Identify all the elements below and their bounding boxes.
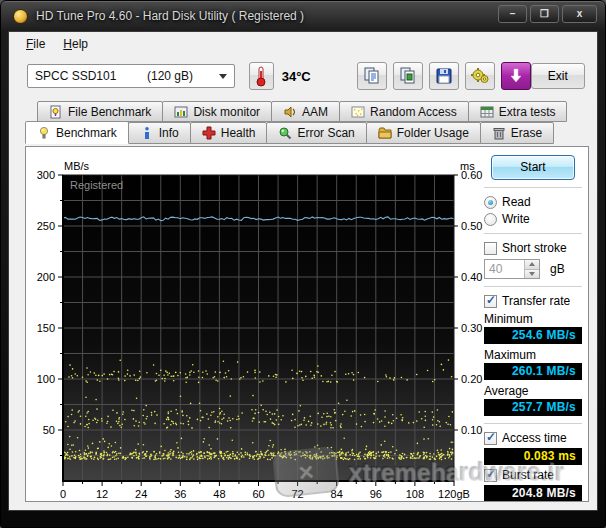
disk-monitor-icon	[174, 105, 188, 119]
save-icon	[435, 67, 453, 85]
arrow-up-icon	[529, 262, 535, 266]
x-tick-label: 108	[406, 488, 424, 500]
x-tick-label: 0	[60, 488, 66, 500]
menu-help[interactable]: Help	[54, 34, 97, 54]
tab-random-access[interactable]: Random Access	[339, 101, 469, 122]
y-right-tick-label: 0.20	[461, 373, 482, 385]
start-button[interactable]: Start	[491, 155, 575, 180]
average-label: Average	[484, 384, 584, 398]
spinner-up[interactable]	[525, 260, 539, 269]
tab-file-benchmark[interactable]: File Benchmark	[37, 101, 163, 122]
y-right-tick-label: 0.10	[461, 424, 482, 436]
copy-icon	[363, 67, 381, 85]
title-bar: HD Tune Pro 4.60 - Hard Disk Utility ( R…	[1, 1, 605, 31]
menu-file[interactable]: File	[17, 34, 54, 54]
health-cross-icon	[202, 126, 216, 140]
client-area: File Help SPCC SSD101 (120 gB) 34°C	[8, 31, 598, 511]
separator	[484, 233, 582, 234]
y-left-tick-label: 100	[37, 373, 55, 385]
registered-watermark: Registered	[70, 179, 123, 191]
update-button[interactable]	[501, 62, 531, 90]
info-icon	[140, 126, 154, 140]
access-time-row[interactable]: Access time	[484, 431, 584, 445]
spinner-down[interactable]	[525, 269, 539, 279]
close-button[interactable]: x	[562, 5, 597, 23]
transfer-rate-row[interactable]: Transfer rate	[484, 294, 584, 308]
temperature-value: 34°C	[282, 69, 311, 84]
toolbar: SPCC SSD101 (120 gB) 34°C	[9, 55, 597, 97]
benchmark-bulb-icon	[37, 126, 51, 140]
speaker-icon	[283, 105, 297, 119]
extra-tests-icon	[480, 105, 494, 119]
drive-selector[interactable]: SPCC SSD101 (120 gB)	[27, 64, 235, 88]
app-icon	[13, 9, 28, 24]
tab-error-scan[interactable]: Error Scan	[266, 122, 366, 144]
tab-aam[interactable]: AAM	[271, 101, 340, 122]
minimum-value: 254.6 MB/s	[484, 327, 582, 344]
short-stroke-size-spinner[interactable]: 40	[484, 259, 540, 279]
access-time-value: 0.083 ms	[484, 448, 582, 465]
benchmark-controls: Start Read Write Short stroke 40	[482, 149, 584, 501]
separator	[484, 187, 582, 188]
x-tick-label: 48	[213, 488, 225, 500]
x-tick-label: 72	[291, 488, 303, 500]
options-button[interactable]	[465, 62, 495, 90]
minimize-button[interactable]: –	[498, 5, 527, 23]
write-radio[interactable]	[484, 213, 497, 226]
transfer-rate-checkbox[interactable]	[484, 295, 497, 308]
copy-screenshot-button[interactable]	[393, 62, 423, 90]
tab-erase[interactable]: Erase	[480, 122, 554, 144]
burst-rate-row[interactable]: Burst rate	[484, 468, 584, 482]
tab-info[interactable]: Info	[128, 122, 191, 144]
window-title: HD Tune Pro 4.60 - Hard Disk Utility ( R…	[36, 9, 304, 23]
y-left-tick-label: 250	[37, 220, 55, 232]
write-radio-row[interactable]: Write	[484, 212, 584, 226]
save-button[interactable]	[429, 62, 459, 90]
tab-benchmark[interactable]: Benchmark	[25, 121, 129, 144]
chevron-down-icon	[219, 74, 227, 79]
x-tick-label: 84	[331, 488, 343, 500]
y-right-tick-label: 0.50	[461, 220, 482, 232]
drive-name: SPCC SSD101	[35, 69, 147, 83]
trash-icon	[492, 126, 506, 140]
arrow-down-icon	[529, 272, 535, 276]
y-left-axis-title: MB/s	[64, 160, 90, 172]
file-benchmark-icon	[49, 105, 63, 119]
maximum-label: Maximum	[484, 348, 584, 362]
y-left-tick-label: 200	[37, 271, 55, 283]
x-tick-label: 60	[252, 488, 264, 500]
tab-row-bottom: Benchmark Info Health	[25, 122, 597, 144]
thermometer-icon	[254, 65, 268, 87]
app-window: HD Tune Pro 4.60 - Hard Disk Utility ( R…	[0, 0, 606, 528]
read-radio-row[interactable]: Read	[484, 195, 584, 209]
tab-folder-usage[interactable]: Folder Usage	[366, 122, 481, 144]
x-tick-label: 24	[135, 488, 147, 500]
x-tick-label: 120gB	[438, 488, 470, 500]
y-left-tick-label: 150	[37, 322, 55, 334]
maximum-value: 260.1 MB/s	[484, 363, 582, 380]
benchmark-panel: 300250200150100500.600.500.400.300.200.1…	[25, 146, 589, 502]
burst-rate-checkbox[interactable]	[484, 469, 497, 482]
x-tick-label: 36	[174, 488, 186, 500]
read-radio[interactable]	[484, 196, 497, 209]
maximize-button[interactable]: ❒	[530, 5, 559, 23]
tab-row-top: File Benchmark Disk monitor AAM	[37, 101, 597, 122]
short-stroke-unit: gB	[550, 262, 565, 276]
temperature-button[interactable]	[249, 62, 273, 90]
short-stroke-checkbox[interactable]	[484, 242, 497, 255]
y-left-tick-label: 300	[37, 169, 55, 181]
tab-disk-monitor[interactable]: Disk monitor	[162, 101, 272, 122]
average-value: 257.7 MB/s	[484, 399, 582, 416]
random-access-icon	[351, 105, 365, 119]
tab-extra-tests[interactable]: Extra tests	[468, 101, 568, 122]
exit-button[interactable]: Exit	[531, 63, 585, 89]
tab-health[interactable]: Health	[190, 122, 268, 144]
separator	[484, 423, 582, 424]
x-tick-label: 12	[96, 488, 108, 500]
copy-button[interactable]	[357, 62, 387, 90]
short-stroke-row[interactable]: Short stroke	[484, 241, 584, 255]
y-left-tick-label: 50	[43, 424, 55, 436]
benchmark-chart: 300250200150100500.600.500.400.300.200.1…	[26, 159, 486, 502]
y-right-axis-title: ms	[460, 160, 475, 172]
access-time-checkbox[interactable]	[484, 432, 497, 445]
